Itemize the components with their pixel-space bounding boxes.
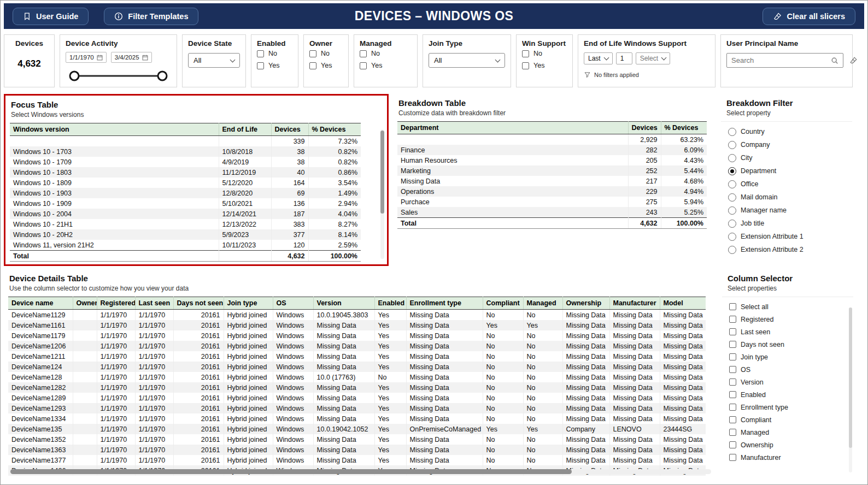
table-row[interactable]: Windows 10 - 18095/12/20201643.54%: [10, 178, 361, 188]
column-header-enrollment-type[interactable]: Enrollment type: [406, 297, 483, 310]
checkbox-option-enabled[interactable]: Enabled: [729, 388, 846, 401]
column-header-devices[interactable]: Devices: [628, 122, 661, 134]
table-row[interactable]: DeviceName1351/1/19701/1/197020161Hybrid…: [8, 424, 706, 434]
checkbox-option-enrollment-type[interactable]: Enrollment type: [729, 401, 846, 413]
user-guide-button[interactable]: User Guide: [13, 8, 89, 25]
table-row[interactable]: Windows 10 - 21H112/13/20223838.27%: [10, 219, 361, 229]
start-date-input[interactable]: 1/1/1970: [66, 52, 107, 63]
device-state-dropdown[interactable]: All: [188, 53, 240, 68]
column-header-owner[interactable]: Owner: [73, 297, 97, 310]
checkbox-option-yes[interactable]: Yes: [257, 60, 292, 72]
table-row[interactable]: Windows 10 - 200412/14/20211874.04%: [10, 209, 361, 219]
column-header-device-name[interactable]: Device name: [8, 297, 73, 310]
slider-handle-end[interactable]: [157, 71, 168, 81]
checkbox-option-yes[interactable]: Yes: [522, 60, 567, 72]
eol-unit-dropdown[interactable]: Select: [636, 52, 670, 64]
radio-option-country[interactable]: Country: [728, 125, 845, 138]
checkbox-option-no[interactable]: No: [360, 48, 412, 60]
radio-option-company[interactable]: Company: [728, 138, 845, 151]
table-row[interactable]: DeviceName11611/1/19701/1/197020161Hybri…: [8, 320, 706, 330]
column-header-department[interactable]: Department: [397, 122, 628, 134]
column-header-join-type[interactable]: Join type: [224, 297, 273, 310]
table-row[interactable]: Sales2435.25%: [397, 207, 707, 218]
join-type-dropdown[interactable]: All: [429, 53, 505, 68]
table-row[interactable]: DeviceName12821/1/19701/1/197020161Hybri…: [8, 382, 706, 393]
column-header-managed[interactable]: Managed: [523, 297, 562, 310]
radio-option-office[interactable]: Office: [728, 178, 845, 191]
checkbox-option-select-all[interactable]: Select all: [729, 300, 846, 313]
scrollbar-thumb[interactable]: [10, 469, 572, 474]
table-row[interactable]: Windows 10 - 180311/12/2019400.86%: [10, 167, 361, 178]
checkbox-option-no[interactable]: No: [257, 48, 292, 60]
clear-search-eraser-icon[interactable]: [849, 56, 858, 64]
column-header-days-not-seen[interactable]: Days not seen: [173, 297, 224, 310]
column-header-registered[interactable]: Registered: [97, 297, 135, 310]
table-row[interactable]: DeviceName12111/1/19701/1/197020161Hybri…: [8, 351, 706, 362]
table-row[interactable]: DeviceName12061/1/19701/1/197020161Hybri…: [8, 341, 706, 351]
table-row[interactable]: DeviceName13521/1/19701/1/197020161Hybri…: [8, 434, 706, 445]
column-header-model[interactable]: Model: [660, 297, 706, 310]
checkbox-option-compliant[interactable]: Compliant: [729, 413, 846, 426]
column-header-devices[interactable]: Devices: [271, 123, 308, 136]
upn-search-input[interactable]: [731, 56, 828, 64]
table-row[interactable]: DeviceName12931/1/19701/1/197020161Hybri…: [8, 403, 706, 413]
column-header-devices[interactable]: % Devices: [308, 123, 361, 136]
column-header-last-seen[interactable]: Last seen: [135, 297, 173, 310]
table-row[interactable]: Windows 10 - 170310/8/2018380.82%: [10, 146, 361, 157]
radio-option-extension-attribute-1[interactable]: Extension Attribute 1: [728, 230, 845, 243]
table-row[interactable]: Windows 10 - 20H25/9/20233778.14%: [10, 229, 361, 240]
table-row[interactable]: 3397.32%: [10, 136, 361, 147]
checkbox-option-yes[interactable]: Yes: [309, 60, 343, 72]
table-row[interactable]: Human Resources2054.43%: [397, 155, 707, 165]
checkbox-option-join-type[interactable]: Join type: [729, 351, 846, 363]
column-header-os[interactable]: OS: [273, 297, 313, 310]
table-row[interactable]: 2,92963.23%: [397, 134, 707, 145]
radio-option-manager-name[interactable]: Manager name: [728, 204, 845, 217]
table-row[interactable]: DeviceName13771/1/19701/1/197020161Hybri…: [8, 455, 706, 465]
column-header-end-of-life[interactable]: End of Life: [219, 123, 271, 136]
table-row[interactable]: DeviceName13631/1/19701/1/197020161Hybri…: [8, 445, 706, 455]
clear-all-slicers-button[interactable]: Clear all slicers: [763, 8, 855, 25]
radio-option-city[interactable]: City: [728, 151, 845, 164]
checkbox-option-no[interactable]: No: [309, 48, 343, 60]
table-row[interactable]: Windows 11, version 21H210/11/20231202.5…: [10, 240, 361, 251]
table-row[interactable]: Windows 10 - 17094/9/2019380.82%: [10, 157, 361, 167]
column-header-ownership[interactable]: Ownership: [562, 297, 609, 310]
checkbox-option-version[interactable]: Version: [729, 376, 846, 388]
column-header-devices[interactable]: % Devices: [661, 122, 707, 134]
checkbox-option-manufacturer[interactable]: Manufacturer: [729, 451, 846, 464]
table-row[interactable]: Purchace2755.94%: [397, 197, 707, 207]
checkbox-option-registered[interactable]: Registered: [729, 313, 846, 326]
table-row[interactable]: DeviceName13341/1/19701/1/197020161Hybri…: [8, 413, 706, 424]
scrollbar-thumb[interactable]: [380, 131, 384, 214]
table-row[interactable]: DeviceName11791/1/19701/1/197020161Hybri…: [8, 330, 706, 341]
table-row[interactable]: DeviceName12891/1/19701/1/197020161Hybri…: [8, 393, 706, 403]
column-header-enabled[interactable]: Enabled: [374, 297, 406, 310]
radio-option-extension-attribute-2[interactable]: Extension Attribute 2: [728, 243, 845, 256]
table-row[interactable]: DeviceName11291/1/19701/1/197020161Hybri…: [8, 310, 706, 321]
checkbox-option-os[interactable]: OS: [729, 363, 846, 376]
table-row[interactable]: DeviceName1281/1/19701/1/197020161Hybrid…: [8, 372, 706, 382]
table-row[interactable]: Operations2294.94%: [397, 186, 707, 197]
table-row[interactable]: Missing Data2174.68%: [397, 176, 707, 186]
checkbox-option-ownership[interactable]: Ownership: [729, 439, 846, 451]
table-row[interactable]: DeviceName1241/1/19701/1/197020161Hybrid…: [8, 362, 706, 372]
table-row[interactable]: Windows 10 - 19095/10/20211362.94%: [10, 198, 361, 209]
radio-option-department[interactable]: Department: [728, 164, 845, 178]
radio-option-job-title[interactable]: Job title: [728, 217, 845, 230]
end-date-input[interactable]: 3/4/2025: [111, 52, 152, 63]
checkbox-option-last-seen[interactable]: Last seen: [729, 326, 846, 338]
scrollbar-thumb[interactable]: [849, 307, 852, 448]
column-header-windows-version[interactable]: Windows version: [10, 123, 219, 136]
radio-option-mail-domain[interactable]: Mail domain: [728, 191, 845, 204]
column-header-compliant[interactable]: Compliant: [483, 297, 523, 310]
table-row[interactable]: Finance2826.09%: [397, 145, 707, 155]
checkbox-option-no[interactable]: No: [522, 48, 567, 60]
eol-last-dropdown[interactable]: Last: [584, 52, 613, 64]
column-header-manufacturer[interactable]: Manufacturer: [609, 297, 660, 310]
table-row[interactable]: Marketing2525.44%: [397, 165, 707, 176]
column-header-version[interactable]: Version: [313, 297, 374, 310]
slider-handle-start[interactable]: [69, 71, 80, 81]
checkbox-option-days-not-seen[interactable]: Days not seen: [729, 338, 846, 351]
filter-templates-button[interactable]: Filter Templates: [104, 8, 198, 25]
